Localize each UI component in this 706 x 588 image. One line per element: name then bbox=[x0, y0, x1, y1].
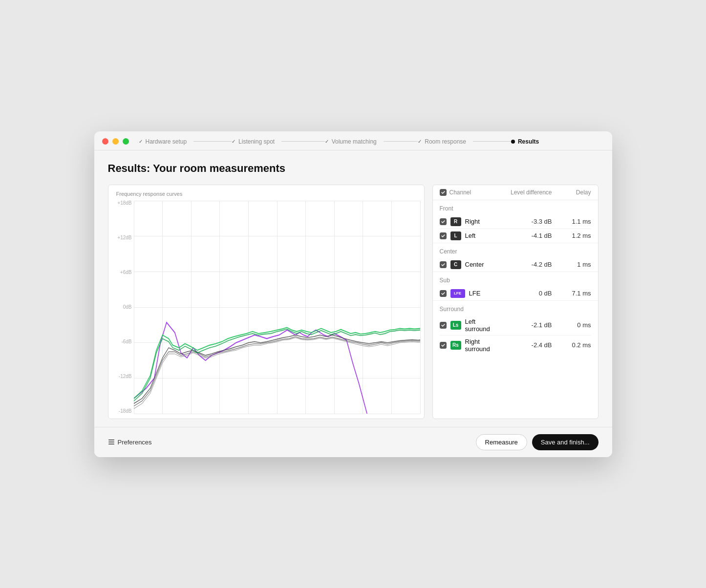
y-label-12p: +12dB bbox=[117, 235, 131, 240]
titlebar: ✓ Hardware setup ✓ Listening spot ✓ Volu… bbox=[94, 131, 612, 150]
table-row: R Right -3.3 dB 1.1 ms bbox=[440, 215, 591, 229]
channel-name-cell-left: L Left bbox=[440, 231, 493, 240]
step-listening: ✓ Listening spot bbox=[232, 138, 325, 145]
delay-lfe: 7.1 ms bbox=[552, 290, 591, 297]
remeasure-button[interactable]: Remeasure bbox=[476, 434, 527, 450]
level-left: -4.1 dB bbox=[493, 232, 552, 239]
checkbox-rs[interactable] bbox=[440, 342, 447, 349]
table-row: C Center -4.2 dB 1 ms bbox=[440, 258, 591, 272]
delay-center: 1 ms bbox=[552, 261, 591, 268]
badge-left: L bbox=[450, 231, 461, 240]
preferences-label: Preferences bbox=[118, 439, 152, 446]
channel-name-cell-right: R Right bbox=[440, 217, 493, 226]
channel-name-left: Left bbox=[465, 232, 476, 239]
delay-left: 1.2 ms bbox=[552, 232, 591, 239]
badge-center: C bbox=[450, 260, 461, 269]
level-center: -4.2 dB bbox=[493, 261, 552, 268]
check-icon-3: ✓ bbox=[325, 139, 329, 144]
check-icon-2: ✓ bbox=[232, 139, 235, 144]
checkbox-left[interactable] bbox=[440, 232, 447, 239]
table-row: Ls Left surround -2.1 dB 0 ms bbox=[440, 315, 591, 336]
channel-name-rs: Right surround bbox=[465, 338, 493, 353]
y-label-6m: -6dB bbox=[121, 339, 131, 344]
frequency-response-chart bbox=[134, 201, 420, 414]
section-front: Front R Right -3.3 dB 1.1 ms bbox=[433, 200, 598, 243]
channel-name-right: Right bbox=[465, 218, 480, 225]
content-area: Results: Your room measurements Frequenc… bbox=[94, 150, 612, 419]
step-volume: ✓ Volume matching bbox=[325, 138, 418, 145]
svg-rect-1 bbox=[108, 441, 114, 442]
y-label-12m: -12dB bbox=[119, 374, 132, 379]
check-icon-4: ✓ bbox=[418, 139, 422, 144]
footer-right: Remeasure Save and finish... bbox=[476, 434, 599, 450]
save-button[interactable]: Save and finish... bbox=[532, 434, 599, 450]
footer: Preferences Remeasure Save and finish... bbox=[94, 427, 612, 457]
y-label-0: 0dB bbox=[123, 305, 132, 310]
close-button[interactable] bbox=[102, 138, 108, 145]
checkbox-right[interactable] bbox=[440, 218, 447, 225]
header-channel-cell: Channel bbox=[440, 189, 493, 196]
channel-name-cell-ls: Ls Left surround bbox=[440, 318, 493, 333]
channel-table: Channel Level difference Delay Front R bbox=[432, 185, 599, 419]
section-surround: Surround Ls Left surround -2.1 dB 0 ms bbox=[433, 300, 598, 355]
section-front-label: Front bbox=[440, 200, 591, 215]
section-sub: Sub LFE LFE 0 dB 7.1 ms bbox=[433, 272, 598, 300]
checkbox-ls[interactable] bbox=[440, 322, 447, 329]
checkbox-lfe[interactable] bbox=[440, 290, 447, 297]
step-room: ✓ Room response bbox=[418, 138, 511, 145]
select-all-checkbox[interactable] bbox=[440, 189, 447, 196]
step-results-label: Results bbox=[518, 138, 539, 145]
step-volume-label: Volume matching bbox=[332, 138, 377, 145]
level-ls: -2.1 dB bbox=[493, 321, 552, 329]
chart-area: +18dB +12dB +6dB 0dB -6dB -12dB -18dB bbox=[116, 201, 420, 414]
svg-rect-0 bbox=[108, 440, 114, 441]
badge-ls: Ls bbox=[450, 321, 461, 330]
step-results: Results bbox=[511, 138, 604, 145]
delay-right: 1.1 ms bbox=[552, 218, 591, 225]
section-center: Center C Center -4.2 dB 1 ms bbox=[433, 243, 598, 272]
stepper: ✓ Hardware setup ✓ Listening spot ✓ Volu… bbox=[139, 138, 604, 145]
delay-rs: 0.2 ms bbox=[552, 341, 591, 349]
delay-ls: 0 ms bbox=[552, 321, 591, 329]
checkbox-center[interactable] bbox=[440, 261, 447, 268]
chart-label: Frequency response curves bbox=[116, 191, 420, 197]
main-window: ✓ Hardware setup ✓ Listening spot ✓ Volu… bbox=[94, 131, 612, 457]
channel-name-center: Center bbox=[465, 261, 484, 268]
y-label-6p: +6dB bbox=[120, 270, 132, 275]
minimize-button[interactable] bbox=[112, 138, 119, 145]
level-lfe: 0 dB bbox=[493, 290, 552, 297]
y-axis: +18dB +12dB +6dB 0dB -6dB -12dB -18dB bbox=[116, 201, 134, 414]
check-icon: ✓ bbox=[139, 139, 143, 144]
header-channel-label: Channel bbox=[449, 189, 471, 196]
channel-name-cell-rs: Rs Right surround bbox=[440, 338, 493, 353]
step-room-label: Room response bbox=[425, 138, 466, 145]
section-surround-label: Surround bbox=[440, 301, 591, 315]
step-hardware: ✓ Hardware setup bbox=[139, 138, 232, 145]
level-rs: -2.4 dB bbox=[493, 341, 552, 349]
step-hardware-label: Hardware setup bbox=[146, 138, 187, 145]
step-listening-label: Listening spot bbox=[238, 138, 275, 145]
chart-panel: Frequency response curves +18dB +12dB +6… bbox=[108, 185, 425, 419]
header-level-label: Level difference bbox=[493, 189, 552, 196]
level-right: -3.3 dB bbox=[493, 218, 552, 225]
channel-name-lfe: LFE bbox=[469, 290, 481, 297]
active-dot bbox=[511, 140, 515, 144]
preferences-icon bbox=[108, 439, 115, 445]
traffic-lights bbox=[102, 138, 129, 145]
fullscreen-button[interactable] bbox=[123, 138, 129, 145]
chart-grid bbox=[134, 201, 420, 414]
channel-name-ls: Left surround bbox=[465, 318, 493, 333]
badge-lfe: LFE bbox=[450, 289, 465, 298]
section-sub-label: Sub bbox=[440, 272, 591, 287]
y-label-18m: -18dB bbox=[119, 409, 132, 414]
badge-rs: Rs bbox=[450, 341, 461, 350]
table-row: L Left -4.1 dB 1.2 ms bbox=[440, 229, 591, 243]
header-delay-label: Delay bbox=[552, 189, 591, 196]
main-area: Frequency response curves +18dB +12dB +6… bbox=[108, 185, 599, 419]
channel-name-cell-center: C Center bbox=[440, 260, 493, 269]
page-title: Results: Your room measurements bbox=[108, 162, 599, 175]
preferences-button[interactable]: Preferences bbox=[108, 439, 152, 446]
table-row: LFE LFE 0 dB 7.1 ms bbox=[440, 287, 591, 300]
section-center-label: Center bbox=[440, 243, 591, 258]
y-label-18p: +18dB bbox=[117, 201, 131, 206]
